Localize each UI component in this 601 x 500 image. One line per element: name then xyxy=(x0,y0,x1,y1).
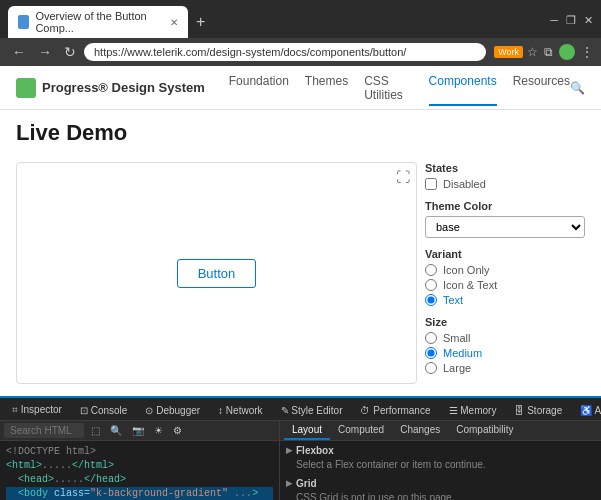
flexbox-header: Flexbox xyxy=(286,445,595,456)
size-large[interactable] xyxy=(425,362,437,374)
theme-color-select[interactable]: base xyxy=(425,216,585,238)
variant-icon-text[interactable] xyxy=(425,279,437,291)
new-tab-btn[interactable]: + xyxy=(196,13,205,31)
dt-tab-console[interactable]: ⊡ Console xyxy=(72,399,135,420)
size-medium[interactable] xyxy=(425,347,437,359)
browser-chrome: Overview of the Button Comp... ✕ + ─ ❐ ✕… xyxy=(0,0,601,66)
theme-color-label: Theme Color xyxy=(425,200,585,212)
window-minimize[interactable]: ─ xyxy=(550,14,558,26)
code-line-2[interactable]: <head>.....</head> xyxy=(6,473,273,487)
extensions-icon[interactable]: ⧉ xyxy=(544,45,553,59)
a11y-icon: ♿ xyxy=(580,405,592,416)
grid-section: Grid CSS Grid is not in use on this page xyxy=(286,478,595,500)
address-bar[interactable] xyxy=(84,43,486,61)
variant-text[interactable] xyxy=(425,294,437,306)
variant-text-row[interactable]: Text xyxy=(425,294,585,306)
devtools-styles-panel: Layout Computed Changes Compatibility Fl… xyxy=(280,421,601,500)
main-content: Live Demo ⛶ Button States Disabled Theme… xyxy=(0,110,601,396)
light-dark-btn[interactable]: ☀ xyxy=(151,424,166,437)
page-title: Live Demo xyxy=(0,110,601,150)
perf-icon: ⏱ xyxy=(360,405,370,416)
dt-tab-network[interactable]: ↕ Network xyxy=(210,399,270,420)
tab-close-btn[interactable]: ✕ xyxy=(170,17,178,28)
grid-header: Grid xyxy=(286,478,595,489)
size-large-row[interactable]: Large xyxy=(425,362,585,374)
right-tab-changes[interactable]: Changes xyxy=(392,421,448,440)
size-medium-row[interactable]: Medium xyxy=(425,347,585,359)
bookmark-icon[interactable]: ☆ xyxy=(527,45,538,59)
size-large-label: Large xyxy=(443,362,471,374)
code-line-1[interactable]: <html>.....</html> xyxy=(6,459,273,473)
memory-icon: ☰ xyxy=(449,405,458,416)
right-tab-computed[interactable]: Computed xyxy=(330,421,392,440)
nav-components[interactable]: Components xyxy=(429,70,497,106)
variant-icon-text-label: Icon & Text xyxy=(443,279,497,291)
devtools-body: ⬚ 🔍 📷 ☀ ⚙ <!DOCTYPE html> <html>.....</h… xyxy=(0,421,601,500)
profile-icon[interactable] xyxy=(559,44,575,60)
nav-css-utilities[interactable]: CSS Utilities xyxy=(364,70,412,106)
variant-label: Variant xyxy=(425,248,585,260)
html-code-view: <!DOCTYPE html> <html>.....</html> <head… xyxy=(0,441,279,500)
size-small[interactable] xyxy=(425,332,437,344)
expand-btn[interactable]: ⛶ xyxy=(396,169,410,185)
right-tab-compatibility[interactable]: Compatibility xyxy=(448,421,521,440)
theme-color-section: Theme Color base xyxy=(425,200,585,238)
variant-text-label: Text xyxy=(443,294,463,306)
variant-section: Variant Icon Only Icon & Text Text xyxy=(425,248,585,306)
disabled-label: Disabled xyxy=(443,178,486,190)
dt-tab-storage[interactable]: 🗄 Storage xyxy=(506,399,570,420)
network-icon: ↕ xyxy=(218,405,223,416)
logo-icon xyxy=(16,78,36,98)
nav-resources[interactable]: Resources xyxy=(513,70,570,106)
style-icon: ✎ xyxy=(281,405,289,416)
demo-area: ⛶ Button States Disabled Theme Color bas… xyxy=(0,150,601,396)
screenshot-btn[interactable]: 📷 xyxy=(129,424,147,437)
right-tab-layout[interactable]: Layout xyxy=(284,421,330,440)
pick-element-btn[interactable]: ⬚ xyxy=(88,424,103,437)
dt-tab-memory[interactable]: ☰ Memory xyxy=(441,399,505,420)
main-nav: Foundation Themes CSS Utilities Componen… xyxy=(229,70,570,106)
site-nav: Progress® Design System Foundation Theme… xyxy=(0,66,601,110)
devtools-right-tab-bar: Layout Computed Changes Compatibility xyxy=(280,421,601,441)
search-icon[interactable]: 🔍 xyxy=(570,81,585,95)
dt-tab-performance[interactable]: ⏱ Performance xyxy=(352,399,438,420)
window-restore[interactable]: ❐ xyxy=(566,14,576,27)
nav-themes[interactable]: Themes xyxy=(305,70,348,106)
refresh-btn[interactable]: ↻ xyxy=(60,42,80,62)
nav-foundation[interactable]: Foundation xyxy=(229,70,289,106)
active-tab[interactable]: Overview of the Button Comp... ✕ xyxy=(8,6,188,38)
dt-tab-accessibility[interactable]: ♿ Accessibility xyxy=(572,399,601,420)
back-btn[interactable]: ← xyxy=(8,42,30,62)
console-icon: ⊡ xyxy=(80,405,88,416)
disabled-checkbox-row[interactable]: Disabled xyxy=(425,178,585,190)
window-close[interactable]: ✕ xyxy=(584,14,593,27)
variant-icon-only-row[interactable]: Icon Only xyxy=(425,264,585,276)
search-btn[interactable]: 🔍 xyxy=(107,424,125,437)
code-line-3[interactable]: <body class="k-background-gradient" ...> xyxy=(6,487,273,500)
flexbox-section: Flexbox Select a Flex container or item … xyxy=(286,445,595,470)
elements-icon: ⌗ xyxy=(12,404,18,415)
states-section: States Disabled xyxy=(425,162,585,190)
dt-tab-debugger[interactable]: ⊙ Debugger xyxy=(137,399,208,420)
variant-icon-text-row[interactable]: Icon & Text xyxy=(425,279,585,291)
browser-controls: ← → ↻ Work ☆ ⧉ ⋮ xyxy=(0,38,601,66)
tab-bar: Overview of the Button Comp... ✕ + ─ ❐ ✕ xyxy=(0,0,601,38)
variant-icon-only[interactable] xyxy=(425,264,437,276)
debugger-icon: ⊙ xyxy=(145,405,153,416)
size-small-row[interactable]: Small xyxy=(425,332,585,344)
html-search-input[interactable] xyxy=(4,423,84,438)
dt-tab-elements[interactable]: ⌗ Inspector xyxy=(4,398,70,420)
flexbox-text: Select a Flex container or item to conti… xyxy=(286,459,595,470)
grid-text: CSS Grid is not in use on this page xyxy=(286,492,595,500)
disabled-checkbox[interactable] xyxy=(425,178,437,190)
size-medium-label: Medium xyxy=(443,347,482,359)
menu-icon[interactable]: ⋮ xyxy=(581,45,593,59)
devtools-panel: ⌗ Inspector ⊡ Console ⊙ Debugger ↕ Netwo… xyxy=(0,396,601,500)
size-section: Size Small Medium Large xyxy=(425,316,585,374)
size-small-label: Small xyxy=(443,332,471,344)
dt-tab-style-editor[interactable]: ✎ Style Editor xyxy=(273,399,351,420)
forward-btn[interactable]: → xyxy=(34,42,56,62)
demo-button[interactable]: Button xyxy=(177,259,257,288)
settings-btn[interactable]: ⚙ xyxy=(170,424,185,437)
layout-panel-content: Flexbox Select a Flex container or item … xyxy=(280,441,601,500)
